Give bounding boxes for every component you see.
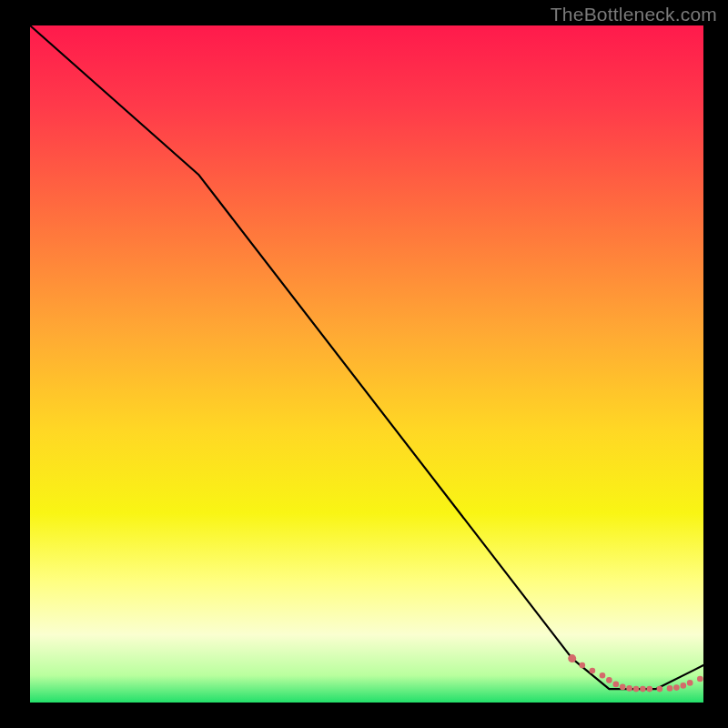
chart-background [30,25,703,703]
marker-dot [647,686,653,693]
marker-dot [626,685,632,692]
marker-dot [633,686,640,693]
marker-dot [568,654,576,662]
marker-dot [606,677,612,683]
marker-dot [657,686,663,693]
marker-dot [620,684,626,691]
chart-stage: TheBottleneck.com [0,0,728,728]
marker-dot [667,685,673,692]
marker-dot [673,684,680,691]
marker-dot [640,686,646,693]
marker-dot [681,682,687,689]
marker-dot [687,680,693,686]
marker-dot [613,682,620,688]
watermark-text: TheBottleneck.com [551,4,717,25]
marker-dot [580,662,586,669]
marker-dot [590,668,596,674]
marker-dot [697,676,703,682]
bottleneck-chart [0,0,728,728]
marker-dot [600,672,606,679]
